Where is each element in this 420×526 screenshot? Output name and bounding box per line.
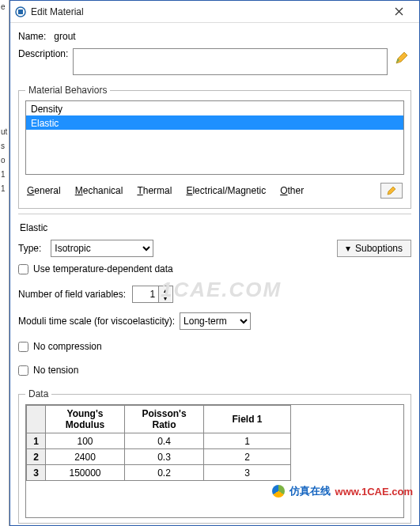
t: eneral [34,185,60,196]
cell-f1[interactable]: 1 [204,433,291,449]
row-num: 2 [27,449,46,465]
no-tension-label: No tension [33,365,78,376]
temp-dependent-checkbox[interactable] [18,264,28,274]
table-row[interactable]: 1 100 0.4 1 [27,433,291,449]
table-row[interactable]: 3 150000 0.2 3 [27,465,291,481]
col-youngs-modulus: Young'sModulus [46,406,125,433]
data-legend: Data [25,388,51,399]
no-compression-checkbox[interactable] [18,342,28,352]
table-corner [27,406,46,433]
table-empty-area [26,481,403,517]
titlebar: Edit Material [10,1,419,23]
stub: ut [0,125,9,139]
col-field-1: Field 1 [204,406,291,433]
menu-other[interactable]: Other [280,185,304,196]
behavior-item-elastic[interactable]: Elastic [26,115,403,130]
data-group: Data Young'sModulus Poisson'sRatio Field… [18,388,411,524]
type-label: Type: [18,243,41,254]
t: hermal [143,185,172,196]
cell-f1[interactable]: 3 [204,465,291,481]
material-behaviors-group: Material Behaviors Density Elastic Gener… [18,85,411,209]
menu-mechanical[interactable]: Mechanical [75,185,123,196]
cell-ym[interactable]: 150000 [46,465,125,481]
behaviors-legend: Material Behaviors [25,85,110,96]
moduli-select[interactable]: Long-term [180,312,251,330]
behavior-menubar: General Mechanical Thermal Electrical/Ma… [25,183,404,202]
temp-dependent-label: Use temperature-dependent data [33,263,173,274]
pencil-small-icon [386,185,397,196]
svg-marker-4 [396,52,407,63]
stub: s [0,139,9,153]
cell-ym[interactable]: 100 [46,433,125,449]
no-compression-label: No compression [33,341,102,352]
window-title: Edit Material [31,6,84,17]
left-clipped-panel: e ut s o 1 1 [0,0,9,526]
behavior-item-density[interactable]: Density [26,101,403,115]
row-num: 3 [27,465,46,481]
svg-rect-1 [18,9,23,14]
spinner-down-icon[interactable]: ▼ [159,294,172,302]
suboptions-button[interactable]: ▾ Suboptions [337,240,411,257]
moduli-label: Moduli time scale (for viscoelasticity): [18,316,175,327]
stub: e [0,0,9,14]
t: lectrical/Magnetic [192,185,266,196]
delete-behavior-button[interactable] [380,183,403,199]
stub: 1 [0,168,9,182]
data-table[interactable]: Young'sModulus Poisson'sRatio Field 1 1 … [25,404,404,518]
table-row[interactable]: 2 2400 0.3 2 [27,449,291,465]
t: ther [288,185,305,196]
menu-general[interactable]: General [27,185,61,196]
t: echanical [83,185,123,196]
svg-marker-6 [388,187,395,195]
description-label: Description: [18,48,68,59]
app-icon [15,6,26,17]
separator [18,214,411,214]
close-icon [395,7,403,16]
cell-f1[interactable]: 2 [204,449,291,465]
cell-pr[interactable]: 0.2 [125,465,204,481]
num-field-vars-spinner[interactable]: ▲ ▼ [132,286,173,303]
pencil-icon [395,51,409,65]
stub: 1 [0,182,9,196]
col-poissons-ratio: Poisson'sRatio [125,406,204,433]
triangle-down-icon: ▾ [346,243,350,254]
name-label: Name: [18,31,46,42]
elastic-title: Elastic [20,222,411,233]
type-select[interactable]: Isotropic [51,240,153,257]
row-num: 1 [27,433,46,449]
spinner-up-icon[interactable]: ▲ [159,286,172,294]
suboptions-label: Suboptions [355,243,403,254]
close-button[interactable] [383,2,414,21]
name-row: Name: grout [18,31,411,42]
edit-material-dialog: Edit Material Name: grout Description: M… [9,0,420,526]
description-input[interactable] [73,48,388,75]
cell-ym[interactable]: 2400 [46,449,125,465]
description-row: Description: [18,48,411,75]
name-value: grout [54,31,75,42]
menu-thermal[interactable]: Thermal [137,185,172,196]
edit-description-button[interactable] [392,48,411,67]
no-tension-checkbox[interactable] [18,365,28,376]
menu-electrical[interactable]: Electrical/Magnetic [186,185,266,196]
cell-pr[interactable]: 0.3 [125,449,204,465]
cell-pr[interactable]: 0.4 [125,433,204,449]
behaviors-list[interactable]: Density Elastic [25,100,404,175]
stub: o [0,153,9,168]
num-field-vars-input[interactable] [133,286,158,302]
num-field-vars-label: Number of field variables: [18,289,126,300]
